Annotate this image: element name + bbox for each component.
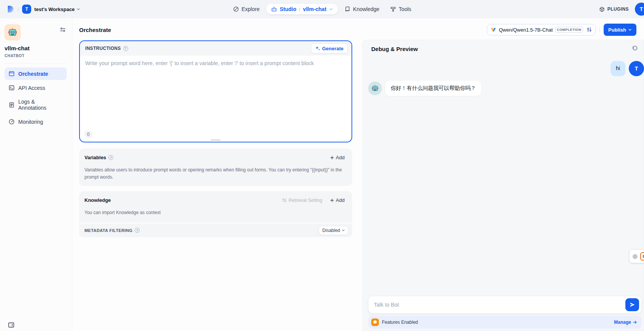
plus-icon	[330, 198, 334, 203]
collapse-panel-icon	[8, 321, 15, 328]
user-message-bubble: hi	[611, 61, 625, 76]
screenshot-extension-widget[interactable]	[630, 250, 644, 263]
instructions-panel: INSTRUCTIONS Generate 0	[79, 40, 352, 142]
model-name: Qwen/Qwen1.5-7B-Chat	[499, 27, 553, 33]
variables-panel: Variables Add Variables allow users to i…	[79, 149, 352, 186]
plugins-button[interactable]: PLUGINS	[599, 6, 629, 12]
collapse-sidebar-button[interactable]	[8, 321, 15, 328]
divider	[5, 63, 67, 64]
sidebar-item-label: Orchestrate	[18, 71, 48, 77]
variables-title: Variables	[84, 155, 106, 160]
manage-label: Manage	[614, 320, 631, 325]
model-selector[interactable]: Qwen/Qwen1.5-7B-Chat COMPLETION	[487, 24, 596, 35]
send-icon	[629, 302, 635, 308]
arrow-right-icon	[633, 320, 637, 325]
features-label: Features Enabled	[382, 320, 418, 325]
bot-message-bubble: 你好！有什么问题我可以帮助你吗？	[385, 81, 481, 96]
model-parameters-icon[interactable]	[586, 27, 592, 33]
add-label: Add	[336, 197, 345, 203]
nav-knowledge-label: Knowledge	[353, 6, 379, 12]
workspace-avatar[interactable]: T	[22, 5, 31, 14]
publish-button[interactable]: Publish	[604, 24, 636, 36]
page-title: Orchestrate	[79, 27, 111, 33]
instructions-label: INSTRUCTIONS	[85, 46, 121, 51]
prompt-editor[interactable]	[80, 56, 351, 123]
debug-preview-title: Debug & Preview	[371, 46, 418, 52]
extension-icon	[640, 252, 644, 261]
chevron-down-icon[interactable]	[329, 7, 333, 11]
main-nav: Explore Studio / vllm-chat Knowledge Too…	[229, 3, 415, 15]
sidebar-item-logs-annotations[interactable]: Logs & Annotations	[5, 96, 67, 114]
top-nav: / T test's Workspace Explore Studio / vl…	[0, 0, 644, 18]
workspace-name: test's Workspace	[34, 6, 75, 12]
breadcrumb-separator: /	[17, 6, 19, 13]
sidebar-item-label: Logs & Annotations	[18, 99, 63, 111]
sidebar-item-label: API Access	[18, 85, 45, 91]
features-icon	[371, 318, 379, 326]
metadata-filtering-dropdown[interactable]: Disabled	[319, 226, 348, 235]
add-knowledge-button[interactable]: Add	[328, 196, 347, 205]
resize-handle[interactable]	[211, 139, 221, 141]
divider	[599, 27, 600, 32]
help-icon	[108, 155, 113, 160]
tools-icon	[390, 6, 396, 12]
sparkle-icon	[315, 46, 320, 51]
help-icon	[135, 228, 140, 233]
chevron-down-icon	[76, 7, 80, 11]
add-variable-button[interactable]: Add	[328, 153, 347, 162]
user-message-row: hi T	[368, 61, 644, 76]
user-chat-avatar: T	[629, 61, 644, 76]
chat-input[interactable]	[374, 302, 622, 308]
terminal-icon	[8, 85, 15, 91]
sidebar-nav: Orchestrate API Access Logs & Annotation…	[5, 67, 67, 128]
nav-explore[interactable]: Explore	[229, 3, 264, 15]
gauge-icon	[8, 118, 15, 125]
nav-current-app: vllm-chat	[303, 6, 326, 12]
book-icon	[344, 6, 350, 12]
debug-preview-panel: Debug & Preview hi T	[362, 40, 644, 331]
char-count-badge: 0	[84, 131, 92, 138]
bot-message-row: 你好！有什么问题我可以帮助你吗？	[368, 81, 644, 96]
user-avatar[interactable]: T	[635, 3, 644, 16]
plugins-label: PLUGINS	[607, 6, 629, 12]
workspace-switcher[interactable]: test's Workspace	[34, 6, 80, 12]
restart-icon	[632, 46, 638, 52]
dify-logo-icon[interactable]	[6, 5, 14, 13]
explore-icon	[233, 6, 239, 12]
sidebar-item-monitoring[interactable]: Monitoring	[5, 115, 67, 128]
nav-knowledge[interactable]: Knowledge	[340, 3, 383, 15]
app-name: vllm-chat	[5, 45, 67, 51]
nav-tools[interactable]: Tools	[386, 3, 415, 15]
nav-studio-active[interactable]: Studio / vllm-chat	[266, 4, 338, 14]
robot-icon	[271, 6, 277, 12]
bot-chat-avatar	[368, 82, 382, 95]
send-button[interactable]	[625, 298, 639, 311]
add-label: Add	[336, 155, 345, 160]
app-sidebar: vllm-chat CHATBOT Orchestrate API Access	[0, 18, 72, 331]
generate-button[interactable]: Generate	[311, 43, 348, 53]
nav-tools-label: Tools	[399, 6, 411, 12]
features-bar: Features Enabled Manage	[368, 316, 642, 329]
chat-input-card	[368, 296, 642, 313]
manage-features-link[interactable]: Manage	[614, 320, 637, 325]
breadcrumb-separator: /	[299, 6, 301, 12]
retrieval-setting-label: Retrieval Setting	[289, 198, 322, 203]
package-icon	[599, 6, 605, 12]
plus-icon	[330, 155, 334, 160]
sidebar-item-orchestrate[interactable]: Orchestrate	[5, 67, 67, 80]
app-settings-icon[interactable]	[60, 27, 66, 33]
restart-conversation-button[interactable]	[631, 45, 639, 53]
knowledge-panel: Knowledge Retrieval Setting Add	[79, 191, 352, 222]
sliders-icon	[282, 198, 287, 203]
vllm-logo-icon	[490, 27, 496, 33]
metadata-filtering-value: Disabled	[322, 228, 340, 233]
app-icon[interactable]	[5, 24, 21, 40]
nav-explore-label: Explore	[242, 6, 259, 12]
sidebar-item-api-access[interactable]: API Access	[5, 82, 67, 94]
chevron-down-icon	[342, 229, 345, 232]
retrieval-setting-button[interactable]: Retrieval Setting	[282, 198, 322, 203]
chevron-down-icon	[628, 28, 632, 32]
orchestrate-toolbar: Orchestrate Qwen/Qwen1.5-7B-Chat COMPLET…	[72, 18, 644, 40]
chat-message-list: hi T	[362, 56, 644, 296]
help-icon	[123, 46, 128, 51]
